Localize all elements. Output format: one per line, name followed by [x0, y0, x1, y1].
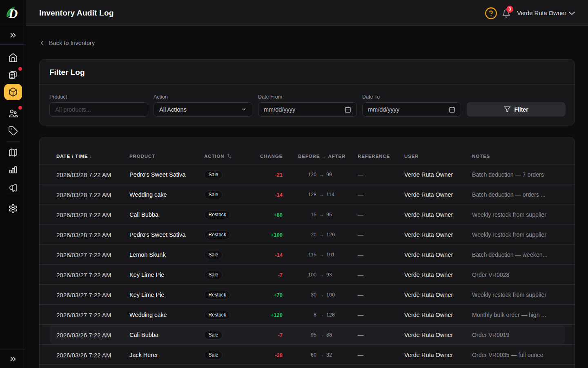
- svg-text:D: D: [8, 7, 18, 20]
